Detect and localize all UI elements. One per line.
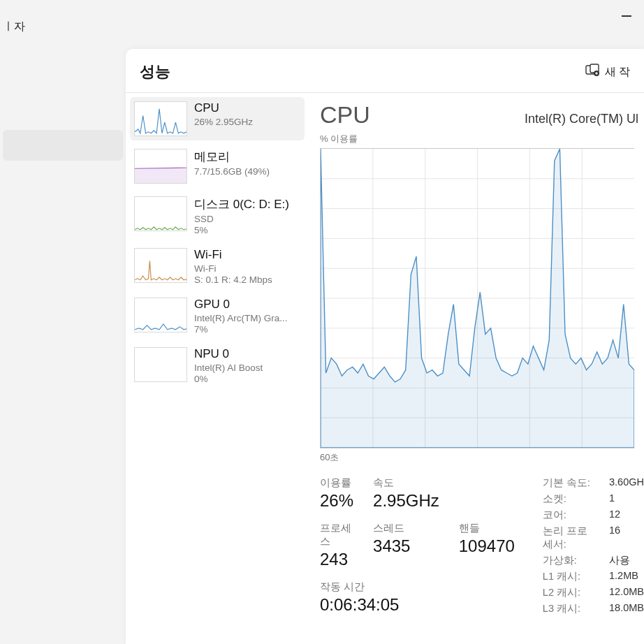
spec-key: 소켓: — [543, 492, 597, 506]
stat-threads: 스레드3435 — [373, 522, 439, 569]
thumb-chart — [134, 196, 187, 231]
thumb-chart — [134, 101, 187, 136]
spec-value: 18.0MB — [609, 602, 644, 615]
sidebar-item--0-c-d-e-[interactable]: 디스크 0(C: D: E:) SSD 5% — [130, 192, 305, 240]
titlebar: ㅣ자 — [0, 0, 644, 35]
spec-key: L1 캐시: — [543, 570, 597, 583]
svg-rect-5 — [135, 168, 186, 183]
spec-key: 논리 프로세서: — [543, 525, 597, 551]
stat-handles: 핸들109470 — [459, 522, 515, 569]
new-task-label: 새 작 — [605, 65, 630, 80]
spec-key: 가상화: — [543, 554, 597, 567]
sidebar-item-sub1: 7.7/15.6GB (49%) — [194, 166, 300, 177]
sidebar-item-cpu[interactable]: CPU 26% 2.95GHz — [130, 97, 305, 140]
panel-title: 성능 — [140, 61, 170, 82]
sidebar-item-sub1: 26% 2.95GHz — [194, 117, 300, 127]
sidebar-item-sub1: Wi-Fi — [194, 263, 300, 274]
spec-value: 12.0MB — [609, 586, 644, 599]
panel-header: 성능 새 작 — [126, 49, 644, 93]
spec-value: 사용 — [609, 554, 644, 567]
cpu-utilization-chart — [320, 148, 634, 448]
sidebar-item-npu-0[interactable]: NPU 0 Intel(R) AI Boost 0% — [130, 343, 305, 388]
stat-utilization: 이용률26% — [320, 476, 353, 511]
stat-processes: 프로세스243 — [320, 522, 353, 569]
nav-item-selected[interactable] — [3, 130, 123, 161]
detail-pane: CPU Intel(R) Core(TM) Ul % 이용률 60초 이용률26… — [309, 93, 644, 644]
sidebar-item-name: NPU 0 — [194, 347, 300, 361]
detail-title: CPU — [320, 101, 370, 129]
spec-value: 1 — [609, 492, 644, 506]
spec-value: 16 — [609, 525, 644, 551]
sidebar-item-sub2: S: 0.1 R: 4.2 Mbps — [194, 275, 300, 285]
thumb-chart — [134, 347, 187, 382]
sidebar-item-gpu-0[interactable]: GPU 0 Intel(R) Arc(TM) Gra... 7% — [130, 293, 305, 339]
thumb-chart — [134, 298, 187, 332]
spec-key: 기본 속도: — [543, 476, 597, 490]
sidebar-item-sub1: Intel(R) Arc(TM) Gra... — [194, 313, 300, 323]
spec-key: 코어: — [543, 508, 597, 522]
sidebar-item-sub2: 7% — [194, 324, 300, 335]
spec-value: 12 — [609, 508, 644, 522]
stats-section: 이용률26% 속도2.95GHz 프로세스243 스레드3435 핸들10947… — [320, 476, 644, 615]
chart-y-label: % 이용률 — [320, 133, 644, 145]
sidebar-item--[interactable]: 메모리 7.7/15.6GB (49%) — [130, 145, 305, 188]
thumb-chart — [134, 149, 187, 184]
resource-sidebar: CPU 26% 2.95GHz 메모리 7.7/15.6GB (49%) 디스크… — [126, 93, 309, 644]
cpu-model: Intel(R) Core(TM) Ul — [525, 112, 638, 126]
nav-label-truncated: ㅣ자 — [0, 20, 25, 34]
spec-key: L2 캐시: — [543, 586, 597, 599]
spec-value: 3.60GH — [609, 476, 644, 490]
sidebar-item-sub2: 0% — [194, 374, 300, 384]
spec-value: 1.2MB — [609, 570, 644, 583]
sidebar-item-name: CPU — [194, 101, 300, 115]
performance-panel: 성능 새 작 CPU 26% 2.95GHz 메모리 7.7/15.6GB (4… — [126, 49, 644, 644]
sidebar-item-name: 메모리 — [194, 149, 300, 165]
sidebar-item-name: Wi-Fi — [194, 248, 300, 262]
new-task-button[interactable]: 새 작 — [585, 64, 630, 80]
minimize-button[interactable] — [622, 15, 631, 17]
stat-speed: 속도2.95GHz — [373, 476, 439, 511]
spec-key: L3 캐시: — [543, 602, 597, 615]
sidebar-item-name: GPU 0 — [194, 298, 300, 312]
stat-uptime: 작동 시간0:06:34:05 — [320, 580, 515, 615]
sidebar-item-sub1: SSD — [194, 214, 300, 224]
sidebar-item-name: 디스크 0(C: D: E:) — [194, 196, 300, 212]
sidebar-item-sub1: Intel(R) AI Boost — [194, 363, 300, 373]
sidebar-item-sub2: 5% — [194, 225, 300, 235]
chart-x-label: 60초 — [320, 451, 644, 464]
thumb-chart — [134, 248, 187, 283]
sidebar-item-wi-fi[interactable]: Wi-Fi Wi-Fi S: 0.1 R: 4.2 Mbps — [130, 244, 305, 289]
new-task-icon — [585, 64, 599, 80]
specs-table: 기본 속도:3.60GH소켓:1코어:12논리 프로세서:16가상화:사용L1 … — [543, 476, 644, 615]
left-nav-rail — [0, 35, 126, 644]
